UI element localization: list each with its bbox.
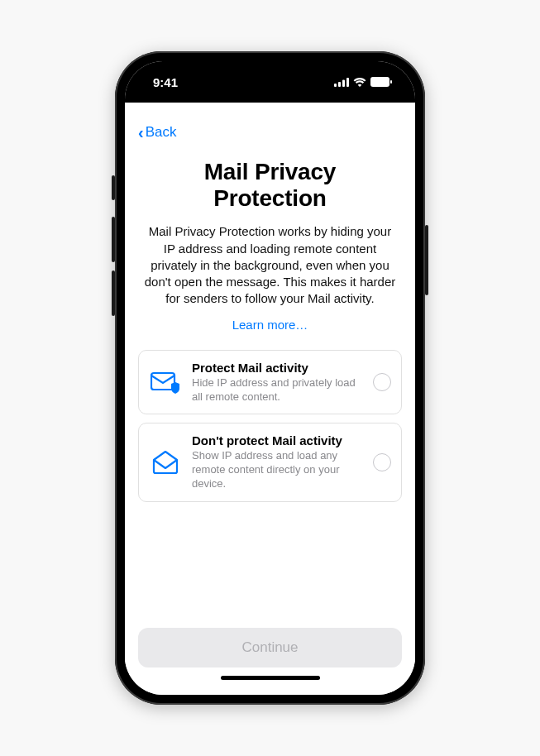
option-subtitle: Show IP address and load any remote cont… [192, 449, 363, 491]
svg-rect-0 [334, 84, 337, 87]
learn-more-link[interactable]: Learn more… [138, 318, 402, 350]
envelope-open-icon [149, 449, 182, 476]
page-description: Mail Privacy Protection works by hiding … [138, 223, 402, 317]
wifi-icon [353, 78, 366, 87]
option-title: Protect Mail activity [192, 361, 363, 375]
options-group: Protect Mail activity Hide IP address an… [138, 350, 402, 502]
sheet-content: ‹ Back Mail Privacy Protection Mail Priv… [125, 114, 415, 695]
volume-down-button [112, 270, 115, 316]
status-time: 9:41 [153, 75, 178, 89]
option-protect[interactable]: Protect Mail activity Hide IP address an… [138, 350, 402, 415]
radio-unselected[interactable] [373, 453, 391, 471]
svg-rect-6 [151, 373, 174, 390]
option-dont-protect[interactable]: Don't protect Mail activity Show IP addr… [138, 423, 402, 502]
power-button [425, 225, 428, 295]
continue-button[interactable]: Continue [138, 628, 402, 667]
status-indicators [334, 77, 392, 87]
home-indicator[interactable] [221, 676, 320, 680]
svg-rect-3 [346, 78, 349, 87]
battery-icon [370, 77, 392, 87]
svg-rect-4 [370, 77, 389, 87]
volume-up-button [112, 217, 115, 262]
option-subtitle: Hide IP address and privately load all r… [192, 376, 363, 404]
phone-frame: 9:41 ‹ Back Mail Privacy Protection Mail… [115, 51, 425, 705]
svg-rect-2 [342, 79, 345, 87]
dynamic-island [224, 73, 317, 99]
radio-unselected[interactable] [373, 373, 391, 391]
mute-switch [112, 175, 115, 200]
screen: 9:41 ‹ Back Mail Privacy Protection Mail… [125, 61, 415, 695]
svg-rect-1 [338, 82, 341, 87]
page-title: Mail Privacy Protection [138, 159, 402, 223]
svg-rect-5 [390, 80, 392, 84]
chevron-left-icon: ‹ [138, 124, 144, 141]
cellular-icon [334, 78, 349, 87]
back-button[interactable]: ‹ Back [138, 124, 402, 159]
back-label: Back [146, 124, 177, 141]
option-title: Don't protect Mail activity [192, 433, 363, 447]
envelope-shield-icon [149, 371, 182, 394]
